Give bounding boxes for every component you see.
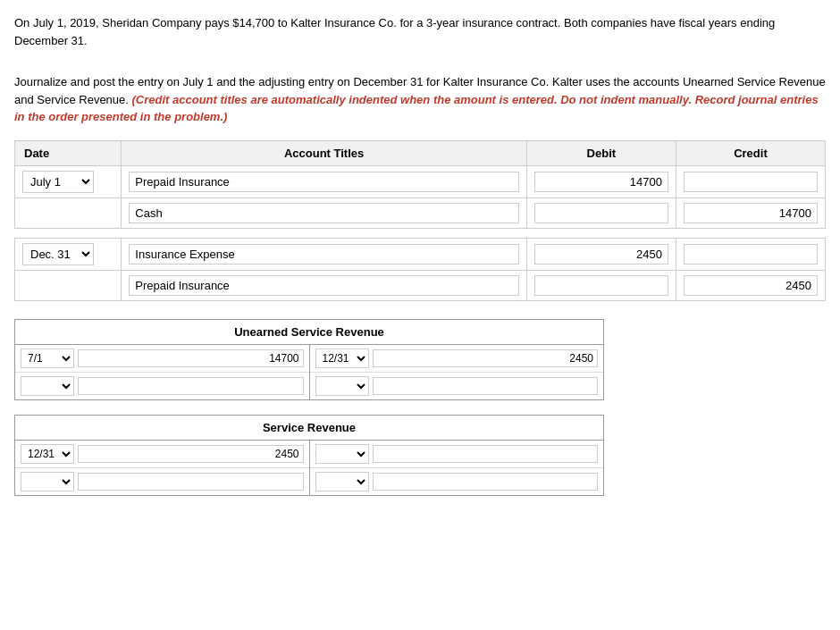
t-account-section: Unearned Service RevenueJuly 1Dec. 317/1… [14,319,826,496]
instructions-paragraph: Journalize and post the entry on July 1 … [14,73,826,126]
t-account-row: July 1Dec. 317/112/31 [15,373,309,399]
t-account-row: July 1Dec. 317/112/31 [15,441,309,468]
t-amount-input[interactable] [373,473,599,491]
credit-input[interactable] [684,203,818,223]
t-account: Service RevenueJuly 1Dec. 317/112/31July… [14,415,604,496]
account-input[interactable] [129,244,519,265]
debit-cell [526,197,676,228]
debit-input[interactable] [534,203,668,223]
t-date-select[interactable]: July 1Dec. 317/112/31 [21,349,74,368]
debit-input[interactable] [534,244,668,265]
debit-header: Debit [526,140,676,165]
journal-table: Date Account Titles Debit Credit July 1D… [14,140,826,301]
date-select[interactable]: July 1Dec. 317/112/31 [22,243,94,265]
date-header: Date [15,140,122,165]
t-account-row: July 1Dec. 317/112/31 [310,345,604,373]
debit-cell [526,270,676,300]
t-account-title: Unearned Service Revenue [15,320,603,345]
t-date-select[interactable]: July 1Dec. 317/112/31 [315,376,369,396]
t-date-select[interactable]: July 1Dec. 317/112/31 [315,444,369,464]
journal-row [15,270,826,300]
account-cell [122,197,527,228]
account-input[interactable] [129,172,519,192]
t-account: Unearned Service RevenueJuly 1Dec. 317/1… [14,319,604,400]
t-account-row: July 1Dec. 317/112/31 [310,468,604,495]
t-amount-input[interactable] [78,473,304,491]
intro-paragraph1: On July 1, 2019, Sheridan Company pays $… [14,14,826,49]
date-cell: July 1Dec. 317/112/31 [15,165,122,197]
account-header: Account Titles [122,140,527,165]
t-account-row: July 1Dec. 317/112/31 [15,468,309,495]
t-date-select[interactable]: July 1Dec. 317/112/31 [21,472,74,491]
account-input[interactable] [129,275,519,296]
t-account-body: July 1Dec. 317/112/31July 1Dec. 317/112/… [15,441,603,495]
debit-cell [526,165,676,197]
t-account-left: July 1Dec. 317/112/31July 1Dec. 317/112/… [15,441,310,495]
t-account-title: Service Revenue [15,416,603,441]
debit-cell [526,238,676,270]
account-cell [122,238,527,270]
t-amount-input[interactable] [78,349,304,367]
t-date-select[interactable]: July 1Dec. 317/112/31 [21,376,74,396]
credit-input[interactable] [684,172,818,192]
t-account-row: July 1Dec. 317/112/31 [15,345,309,373]
credit-cell [676,270,825,300]
t-account-right: July 1Dec. 317/112/31July 1Dec. 317/112/… [310,345,604,399]
credit-cell [676,165,825,197]
journal-row: July 1Dec. 317/112/31 [15,238,826,270]
credit-input[interactable] [684,275,818,296]
t-amount-input[interactable] [373,377,599,395]
t-amount-input[interactable] [78,377,304,395]
t-amount-input[interactable] [373,349,599,367]
t-account-body: July 1Dec. 317/112/31July 1Dec. 317/112/… [15,345,603,399]
t-amount-input[interactable] [373,445,599,463]
t-date-select[interactable]: July 1Dec. 317/112/31 [315,349,369,368]
journal-row [15,197,826,228]
t-account-left: July 1Dec. 317/112/31July 1Dec. 317/112/… [15,345,310,399]
t-amount-input[interactable] [78,445,304,463]
date-cell: July 1Dec. 317/112/31 [15,238,122,270]
date-select[interactable]: July 1Dec. 317/112/31 [22,171,94,193]
account-input[interactable] [129,203,519,223]
t-date-select[interactable]: July 1Dec. 317/112/31 [315,472,369,491]
account-cell [122,270,527,300]
debit-input[interactable] [534,275,668,296]
t-account-row: July 1Dec. 317/112/31 [310,441,604,468]
date-cell [15,270,122,300]
t-account-row: July 1Dec. 317/112/31 [310,373,604,399]
debit-input[interactable] [534,172,668,192]
credit-input[interactable] [684,244,818,265]
date-cell [15,197,122,228]
credit-cell [676,238,825,270]
t-account-right: July 1Dec. 317/112/31July 1Dec. 317/112/… [310,441,604,495]
credit-header: Credit [676,140,825,165]
journal-row: July 1Dec. 317/112/31 [15,165,826,197]
credit-cell [676,197,825,228]
account-cell [122,165,527,197]
t-date-select[interactable]: July 1Dec. 317/112/31 [21,444,74,464]
